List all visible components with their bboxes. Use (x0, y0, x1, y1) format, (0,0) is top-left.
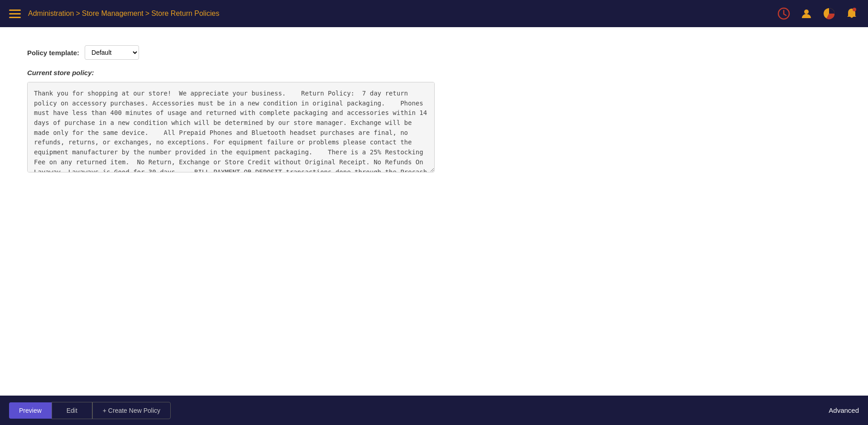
footer-left-actions: Preview Edit + Create New Policy (9, 402, 171, 419)
main-content: Policy template: Default Custom Standard… (0, 27, 868, 396)
advanced-button[interactable]: Advanced (829, 406, 859, 414)
navbar: Administration > Store Management > Stor… (0, 0, 868, 27)
hamburger-menu-icon[interactable] (9, 10, 21, 18)
policy-template-select[interactable]: Default Custom Standard (85, 45, 139, 60)
current-policy-section: Current store policy: (27, 69, 841, 174)
bell-icon[interactable] (844, 6, 859, 21)
edit-button[interactable]: Edit (52, 402, 92, 419)
breadcrumb-current-page: Store Return Policies (151, 10, 219, 18)
create-new-policy-button[interactable]: + Create New Policy (92, 402, 171, 419)
user-icon[interactable] (799, 6, 814, 21)
footer-right-actions: Advanced (829, 406, 859, 415)
breadcrumb-admin[interactable]: Administration (28, 10, 74, 18)
svg-point-5 (853, 8, 856, 11)
svg-point-3 (804, 10, 809, 14)
clock-icon[interactable] (777, 6, 791, 21)
pie-chart-icon[interactable] (822, 6, 836, 21)
navbar-left: Administration > Store Management > Stor… (9, 10, 219, 18)
breadcrumb-sep2: > (145, 10, 149, 18)
footer: Preview Edit + Create New Policy Advance… (0, 396, 868, 425)
breadcrumb: Administration > Store Management > Stor… (28, 10, 219, 18)
policy-template-row: Policy template: Default Custom Standard (27, 45, 841, 60)
svg-line-2 (784, 14, 786, 15)
policy-template-label: Policy template: (27, 49, 79, 57)
policy-textarea[interactable] (27, 82, 435, 172)
navbar-right (777, 6, 859, 21)
breadcrumb-sep1: > (76, 10, 80, 18)
current-policy-label: Current store policy: (27, 69, 841, 76)
breadcrumb-store-management[interactable]: Store Management (82, 10, 144, 18)
preview-button[interactable]: Preview (9, 402, 52, 419)
